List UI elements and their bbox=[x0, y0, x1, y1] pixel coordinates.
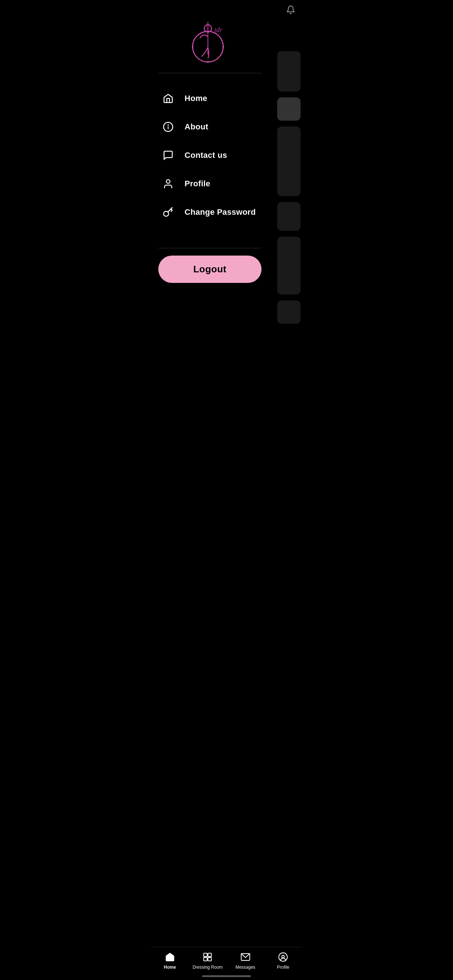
logout-area: Logout bbox=[151, 256, 269, 290]
bg-card-4 bbox=[277, 202, 301, 231]
screen: tdr Home bbox=[151, 0, 302, 327]
top-divider bbox=[158, 73, 262, 73]
key-icon bbox=[162, 206, 174, 218]
message-circle-icon bbox=[162, 149, 174, 162]
nav-change-password-label: Change Password bbox=[185, 207, 256, 217]
app-logo: tdr bbox=[186, 18, 233, 65]
bg-card-5 bbox=[277, 237, 301, 294]
logo-area: tdr bbox=[151, 0, 269, 73]
drawer-menu: tdr Home bbox=[151, 0, 269, 327]
right-peek-background bbox=[276, 0, 302, 327]
nav-about-label: About bbox=[185, 122, 208, 132]
nav-home-label: Home bbox=[185, 94, 207, 103]
nav-item-home[interactable]: Home bbox=[158, 84, 262, 113]
home-icon bbox=[162, 92, 174, 105]
bottom-divider bbox=[158, 248, 262, 248]
bg-card-6 bbox=[277, 301, 301, 324]
nav-contact-label: Contact us bbox=[185, 151, 227, 160]
info-icon bbox=[162, 121, 174, 133]
nav-item-profile[interactable]: Profile bbox=[158, 170, 262, 198]
logout-button[interactable]: Logout bbox=[158, 256, 262, 283]
top-bar bbox=[286, 5, 295, 17]
bg-card-1 bbox=[277, 51, 301, 92]
svg-point-7 bbox=[207, 61, 209, 63]
bg-card-2 bbox=[277, 97, 301, 121]
nav-item-about[interactable]: About bbox=[158, 113, 262, 141]
svg-text:tdr: tdr bbox=[214, 26, 222, 33]
nav-item-contact[interactable]: Contact us bbox=[158, 141, 262, 170]
user-icon bbox=[162, 178, 174, 190]
notification-bell-icon[interactable] bbox=[286, 6, 295, 17]
nav-menu: Home About bbox=[151, 84, 269, 244]
svg-point-5 bbox=[192, 46, 193, 48]
svg-point-6 bbox=[222, 46, 224, 48]
nav-profile-label: Profile bbox=[185, 179, 211, 188]
bg-card-3 bbox=[277, 127, 301, 196]
nav-item-change-password[interactable]: Change Password bbox=[158, 198, 262, 226]
svg-point-11 bbox=[166, 180, 170, 183]
